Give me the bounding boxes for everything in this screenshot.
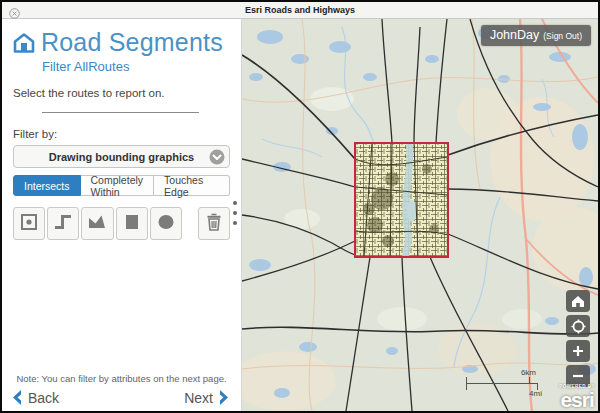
locate-button[interactable]: [566, 315, 590, 337]
polyline-icon: [53, 212, 73, 236]
rectangle-icon: [122, 212, 142, 236]
next-button[interactable]: Next: [179, 389, 231, 406]
map-canvas[interactable]: JohnDay (Sign Out): [242, 19, 598, 411]
divider: [42, 112, 199, 113]
app-window: Esri Roads and Highways Road Segments Fi…: [0, 0, 600, 413]
home-icon: [12, 32, 36, 54]
next-label: Next: [184, 390, 213, 406]
wizard-footer: Back Next: [10, 389, 231, 406]
point-icon: [19, 212, 39, 236]
user-name: JohnDay: [490, 28, 539, 42]
dropdown-value: Drawing bounding graphics: [49, 151, 194, 163]
note-text: Note: You can filter by attributes on th…: [2, 373, 241, 384]
map-controls: [566, 287, 590, 387]
window-title: Esri Roads and Highways: [245, 5, 355, 15]
page-subtitle: Filter AllRoutes: [42, 59, 241, 74]
back-button[interactable]: Back: [10, 389, 64, 406]
esri-brand-label: esri: [559, 389, 595, 410]
filter-by-label: Filter by:: [13, 128, 241, 140]
page-title: Road Segments: [41, 28, 223, 57]
selection-graphic[interactable]: [355, 143, 448, 257]
polygon-tool-button[interactable]: [81, 207, 113, 240]
tab-completely-within[interactable]: Completely Within: [81, 175, 155, 196]
minus-icon: [572, 370, 584, 382]
zoom-in-button[interactable]: [566, 340, 590, 362]
polygon-icon: [87, 212, 107, 236]
basemap: [242, 19, 598, 411]
chevron-right-icon: [218, 389, 231, 406]
locate-icon: [571, 319, 586, 334]
panel-resize-handle[interactable]: [231, 195, 239, 231]
instruction-text: Select the routes to report on.: [13, 87, 241, 99]
filter-panel: Road Segments Filter AllRoutes Select th…: [2, 19, 242, 411]
spatial-relation-tabs: Intersects Completely Within Touches Edg…: [13, 175, 230, 196]
filter-method-dropdown[interactable]: Drawing bounding graphics: [13, 145, 230, 168]
scale-km-label: 6km: [521, 368, 536, 377]
circle-tool-button[interactable]: [150, 207, 182, 240]
trash-button[interactable]: [198, 207, 230, 240]
home-extent-button[interactable]: [566, 290, 590, 312]
chevron-left-icon: [10, 389, 23, 406]
titlebar: Esri Roads and Highways: [2, 2, 598, 19]
back-label: Back: [28, 390, 59, 406]
tab-touches-edge[interactable]: Touches Edge: [154, 175, 230, 196]
scale-bar: 6km 4mi: [466, 371, 538, 397]
esri-logo: POWERED BY esri: [559, 385, 595, 411]
plus-icon: [572, 345, 584, 357]
close-icon[interactable]: [9, 5, 20, 16]
sign-out-label: (Sign Out): [543, 31, 582, 41]
point-tool-button[interactable]: [13, 207, 45, 240]
tab-intersects[interactable]: Intersects: [13, 175, 81, 196]
circle-icon: [156, 212, 176, 236]
rectangle-tool-button[interactable]: [116, 207, 148, 240]
trash-icon: [204, 212, 224, 236]
home-icon: [571, 295, 585, 308]
draw-toolbar: [13, 207, 230, 240]
chevron-down-icon: [209, 149, 225, 165]
polyline-tool-button[interactable]: [47, 207, 79, 240]
scale-mi-label: 4mi: [529, 389, 542, 398]
user-sign-out-button[interactable]: JohnDay (Sign Out): [481, 25, 591, 46]
